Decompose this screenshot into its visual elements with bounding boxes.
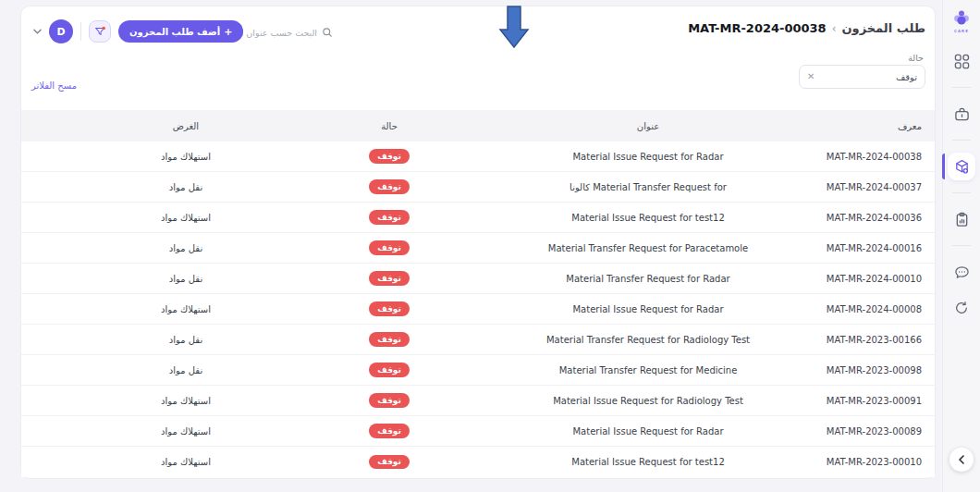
status-badge: توقف [369, 271, 410, 286]
cube-plus-icon [954, 159, 970, 175]
content-card: طلب المخزون ‹ MAT-MR-2024-00038 D + أضف … [20, 6, 936, 479]
sidebar-item-inventory-requests[interactable] [948, 153, 975, 180]
table-row[interactable]: MAT-MR-2024-00016 Material Transfer Requ… [21, 233, 935, 264]
row-purpose: استهلاك مواد [93, 213, 278, 223]
row-title: Material Transfer Request for Medicine [500, 365, 796, 375]
row-status-cell: توقف [278, 301, 500, 316]
table-row[interactable]: MAT-MR-2024-00038 Material Issue Request… [21, 141, 935, 172]
row-purpose: نقل مواد [93, 243, 278, 253]
status-filter-label: حالة [908, 53, 924, 63]
add-inventory-request-button[interactable]: + أضف طلب المخزون [118, 20, 243, 43]
collapse-sidebar-button[interactable] [949, 448, 974, 472]
briefcase-icon [954, 106, 970, 122]
notification-dot [102, 26, 105, 30]
sidebar: CARE [942, 0, 980, 492]
row-title: Material Issue Request for Radiology Tes… [500, 396, 796, 406]
row-title: Material Issue Request for Radar [500, 426, 796, 437]
refresh-icon [954, 301, 969, 315]
table-row[interactable]: MAT-MR-2023-00098 Material Transfer Requ… [21, 355, 935, 386]
status-filter-value: توقف [896, 72, 917, 82]
status-badge: توقف [369, 179, 410, 194]
header-title: عنوان [500, 121, 796, 131]
row-purpose: نقل مواد [93, 182, 278, 192]
row-status-cell: توقف [278, 149, 500, 164]
table-row[interactable]: MAT-MR-2023-00089 Material Issue Request… [21, 416, 935, 447]
sidebar-item-reports[interactable] [948, 205, 975, 233]
table-body: MAT-MR-2024-00038 Material Issue Request… [21, 141, 935, 477]
row-id: MAT-MR-2024-00010 [796, 274, 935, 284]
row-purpose: استهلاك مواد [93, 457, 278, 467]
breadcrumb-current: MAT-MR-2024-00038 [688, 21, 827, 35]
breadcrumb-section[interactable]: طلب المخزون [841, 21, 925, 35]
row-id: MAT-MR-2023-00010 [796, 457, 935, 467]
row-id: MAT-MR-2024-00008 [796, 304, 935, 314]
status-badge: توقف [369, 332, 410, 347]
row-purpose: استهلاك مواد [93, 304, 278, 314]
filter-button[interactable] [89, 20, 111, 43]
table-row[interactable]: MAT-MR-2023-00166 Material Transfer Requ… [21, 325, 935, 355]
row-status-cell: توقف [278, 424, 500, 438]
row-status-cell: توقف [278, 179, 500, 194]
status-badge: توقف [369, 393, 410, 408]
row-id: MAT-MR-2024-00038 [796, 152, 935, 162]
row-title: Material Issue Request for test12 [500, 213, 796, 223]
row-title: Material Issue Request for Radar [500, 304, 796, 314]
table-row[interactable]: MAT-MR-2024-00010 Material Transfer Requ… [21, 264, 935, 294]
row-id: MAT-MR-2024-00016 [796, 243, 935, 253]
inventory-request-table: معرف عنوان حالة الغرض MAT-MR-2024-00038 … [21, 110, 935, 477]
row-status-cell: توقف [278, 332, 500, 347]
table-header-row: معرف عنوان حالة الغرض [21, 110, 935, 141]
sidebar-item-dashboard[interactable] [948, 47, 975, 75]
row-id: MAT-MR-2023-00166 [796, 335, 935, 345]
table-row[interactable]: MAT-MR-2024-00036 Material Issue Request… [21, 203, 935, 233]
clear-status-icon[interactable]: ✕ [807, 72, 815, 81]
clear-filters-link[interactable]: مسح الفلاتر [31, 80, 77, 91]
row-status-cell: توقف [278, 210, 500, 225]
row-id: MAT-MR-2024-00037 [796, 182, 935, 192]
row-status-cell: توقف [278, 271, 500, 286]
row-purpose: نقل مواد [93, 335, 278, 345]
app-logo[interactable]: CARE [951, 9, 972, 33]
row-status-cell: توقف [278, 455, 500, 470]
status-badge: توقف [369, 363, 410, 377]
status-badge: توقف [369, 455, 410, 470]
status-badge: توقف [369, 149, 410, 164]
row-status-cell: توقف [278, 393, 500, 408]
topbar-actions: D + أضف طلب المخزون [33, 19, 243, 43]
row-status-cell: توقف [278, 363, 500, 377]
status-filter-select[interactable]: توقف ✕ [799, 65, 925, 89]
row-purpose: استهلاك مواد [93, 426, 278, 437]
row-title: Material Transfer Request for كالونا [500, 182, 796, 192]
search-icon [322, 27, 333, 38]
divider [952, 87, 971, 88]
chevron-down-icon[interactable] [33, 29, 42, 34]
table-row[interactable]: MAT-MR-2024-00008 Material Issue Request… [21, 294, 935, 325]
header-status: حالة [278, 121, 500, 131]
row-title: Material Transfer Request for Radar [500, 274, 796, 284]
grid-icon [954, 54, 970, 69]
chat-icon [954, 264, 970, 280]
row-purpose: استهلاك مواد [93, 152, 278, 162]
header-id: معرف [796, 121, 935, 131]
divider [952, 140, 971, 141]
chevron-left-icon [958, 455, 965, 464]
row-id: MAT-MR-2023-00089 [796, 426, 935, 437]
row-title: Material Transfer Request for Radiology … [500, 335, 796, 345]
sidebar-item-refresh[interactable] [948, 294, 975, 322]
sidebar-item-supplies[interactable] [948, 100, 975, 128]
row-id: MAT-MR-2023-00091 [796, 396, 935, 406]
sidebar-item-messages[interactable] [948, 258, 975, 286]
logo-text: CARE [954, 29, 969, 33]
breadcrumb: طلب المخزون ‹ MAT-MR-2024-00038 [688, 21, 925, 35]
table-row[interactable]: MAT-MR-2024-00037 Material Transfer Requ… [21, 172, 935, 203]
clipboard-chart-icon [954, 212, 970, 228]
sidebar-nav [943, 44, 980, 325]
divider [80, 22, 81, 41]
status-badge: توقف [369, 210, 410, 225]
table-row[interactable]: MAT-MR-2023-00091 Material Issue Request… [21, 386, 935, 416]
table-row[interactable]: MAT-MR-2023-00010 Material Issue Request… [21, 447, 935, 477]
row-title: Material Issue Request for test12 [500, 457, 796, 467]
status-badge: توقف [369, 240, 410, 255]
plus-icon: + [224, 26, 232, 38]
avatar[interactable]: D [49, 19, 73, 43]
